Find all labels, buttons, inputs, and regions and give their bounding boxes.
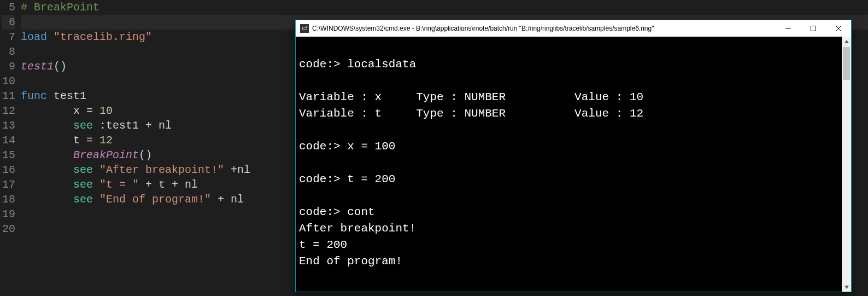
close-button[interactable] <box>826 20 851 37</box>
svg-rect-1 <box>811 26 816 31</box>
line-number: 9 <box>2 59 15 74</box>
scroll-thumb[interactable] <box>843 47 850 80</box>
line-number: 11 <box>2 89 15 103</box>
cmd-icon: C:\ <box>300 24 309 33</box>
line-number: 14 <box>2 133 15 148</box>
minimize-button[interactable] <box>776 20 801 37</box>
line-number: 16 <box>2 162 15 177</box>
code-line[interactable]: # BreakPoint <box>21 0 868 15</box>
line-number: 8 <box>2 44 15 59</box>
console-output[interactable]: code:> localsdata Variable : x Type : NU… <box>296 37 842 292</box>
console-title: C:\WINDOWS\system32\cmd.exe - B:\ring\ap… <box>312 25 776 32</box>
line-number: 5 <box>2 0 15 15</box>
line-number: 15 <box>2 148 15 162</box>
line-number: 10 <box>2 74 15 89</box>
line-number: 6 <box>2 15 15 30</box>
line-number: 19 <box>2 207 15 222</box>
scroll-down-icon[interactable] <box>842 282 851 292</box>
svg-marker-5 <box>844 286 849 289</box>
line-number: 7 <box>2 30 15 44</box>
line-number: 13 <box>2 118 15 133</box>
line-number: 20 <box>2 222 15 236</box>
maximize-button[interactable] <box>801 20 826 37</box>
line-number: 18 <box>2 192 15 207</box>
console-window[interactable]: C:\ C:\WINDOWS\system32\cmd.exe - B:\rin… <box>295 20 852 292</box>
line-number: 17 <box>2 177 15 192</box>
line-number-gutter: 567891011121314151617181920 <box>0 0 19 296</box>
window-buttons <box>776 20 851 37</box>
scroll-track[interactable] <box>842 46 851 282</box>
scroll-up-icon[interactable] <box>842 37 851 46</box>
svg-marker-4 <box>844 40 849 43</box>
console-titlebar[interactable]: C:\ C:\WINDOWS\system32\cmd.exe - B:\rin… <box>296 20 851 37</box>
console-scrollbar[interactable] <box>842 37 851 292</box>
line-number: 12 <box>2 103 15 118</box>
